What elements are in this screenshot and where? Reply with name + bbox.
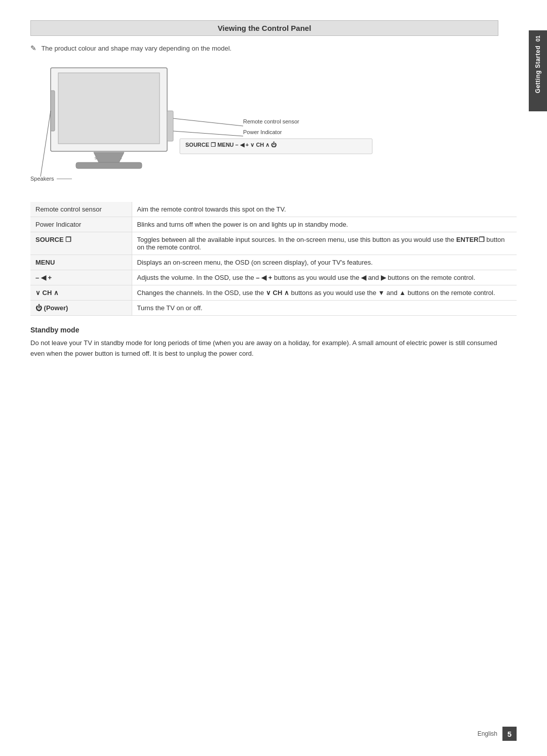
section-title-text: Viewing the Control Panel xyxy=(218,24,311,32)
note-icon: ✎ xyxy=(30,44,36,52)
page-container: 01 Getting Started Viewing the Control P… xyxy=(0,0,547,756)
control-buttons-display: SOURCE ❒ MENU – ◀ + ∨ CH ∧ ⏻ xyxy=(181,140,281,150)
table-cell-desc: Adjusts the volume. In the OSD, use the … xyxy=(132,270,517,285)
table-cell-control: ⏻ (Power) xyxy=(30,301,132,316)
svg-marker-3 xyxy=(94,152,124,162)
tv-diagram: SAMSUNG Remote control sensor Power Indi xyxy=(30,60,446,197)
svg-line-7 xyxy=(173,131,243,136)
svg-text:SAMSUNG: SAMSUNG xyxy=(95,156,123,160)
table-cell-control: MENU xyxy=(30,255,132,270)
page-footer: English 5 xyxy=(478,727,517,741)
table-row: ∨ CH ∧ Changes the channels. In the OSD,… xyxy=(30,285,517,301)
note-text: The product colour and shape may vary de… xyxy=(41,45,231,52)
power-indicator-label: Power Indicator xyxy=(243,129,282,135)
table-cell-desc: Displays an on-screen menu, the OSD (on … xyxy=(132,255,517,270)
standby-text: Do not leave your TV in standby mode for… xyxy=(30,338,498,359)
control-table: Remote control sensor Aim the remote con… xyxy=(30,202,517,316)
table-cell-desc: Aim the remote control towards this spot… xyxy=(132,202,517,217)
table-cell-desc: Changes the channels. In the OSD, use th… xyxy=(132,285,517,301)
standby-title: Standby mode xyxy=(30,326,498,334)
table-row: SOURCE ❒ Toggles between all the availab… xyxy=(30,232,517,255)
page-number: 5 xyxy=(502,727,517,741)
table-cell-desc: Toggles between all the available input … xyxy=(132,232,517,255)
table-cell-control: Power Indicator xyxy=(30,217,132,232)
table-cell-desc: Blinks and turns off when the power is o… xyxy=(132,217,517,232)
table-cell-control: ∨ CH ∧ xyxy=(30,285,132,301)
table-cell-desc: Turns the TV on or off. xyxy=(132,301,517,316)
table-cell-control: SOURCE ❒ xyxy=(30,232,132,255)
svg-line-9 xyxy=(41,111,51,177)
svg-line-6 xyxy=(173,118,243,126)
side-tab: 01 Getting Started xyxy=(529,30,547,111)
svg-rect-8 xyxy=(51,91,55,131)
table-row: Remote control sensor Aim the remote con… xyxy=(30,202,517,217)
page-language: English xyxy=(478,730,497,737)
svg-rect-1 xyxy=(58,73,160,144)
table-row: Power Indicator Blinks and turns off whe… xyxy=(30,217,517,232)
side-tab-text: Getting Started xyxy=(534,46,541,93)
table-row: – ◀ + Adjusts the volume. In the OSD, us… xyxy=(30,270,517,285)
table-row: MENU Displays an on-screen menu, the OSD… xyxy=(30,255,517,270)
remote-sensor-label: Remote control sensor xyxy=(243,118,299,124)
speakers-label: Speakers xyxy=(30,176,72,182)
svg-rect-5 xyxy=(167,111,173,141)
section-title: Viewing the Control Panel xyxy=(30,20,498,36)
svg-rect-4 xyxy=(76,162,142,169)
table-body: Remote control sensor Aim the remote con… xyxy=(30,202,517,316)
note-line: ✎ The product colour and shape may vary … xyxy=(30,44,498,52)
table-cell-control: – ◀ + xyxy=(30,270,132,285)
side-tab-number: 01 xyxy=(535,35,541,41)
diagram-svg: SAMSUNG xyxy=(30,60,446,197)
table-row: ⏻ (Power) Turns the TV on or off. xyxy=(30,301,517,316)
svg-rect-0 xyxy=(51,68,167,151)
table-cell-control: Remote control sensor xyxy=(30,202,132,217)
standby-section: Standby mode Do not leave your TV in sta… xyxy=(30,326,498,359)
